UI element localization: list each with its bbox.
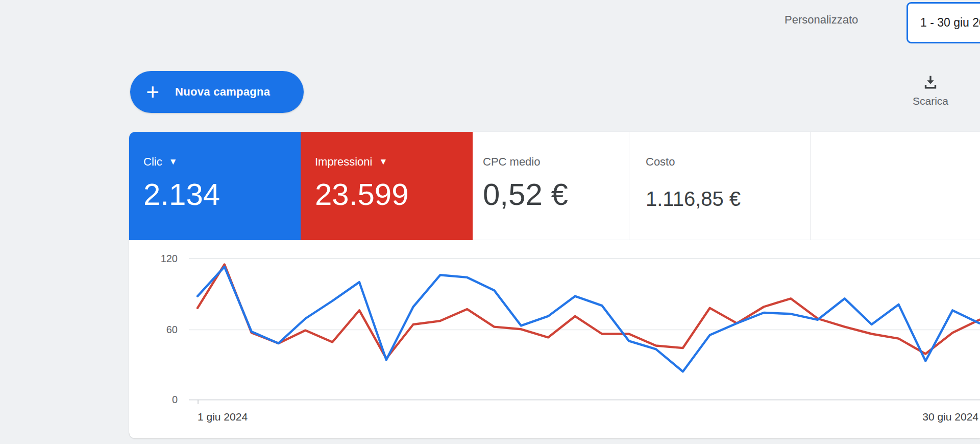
- y-axis-tick-120: 120: [147, 253, 178, 264]
- metric-card-costo-label: Costo: [646, 155, 810, 169]
- y-axis-tick-0: 0: [147, 394, 178, 405]
- x-axis-label-first: 1 giu 2024: [198, 411, 248, 423]
- metric-card-costo-value: 1.116,85 €: [646, 188, 810, 209]
- metric-card-impressioni-label: Impressioni ▼: [315, 155, 473, 169]
- metric-cards-row: Clic ▼ 2.134 Impressioni ▼ 23.599 CPC me…: [129, 132, 980, 240]
- date-range-selector[interactable]: 1 - 30 giu 2024: [906, 2, 980, 43]
- dropdown-arrow-icon[interactable]: ▼: [379, 155, 387, 169]
- metric-card-cpc-value: 0,52 €: [483, 179, 629, 211]
- date-mode-label[interactable]: Personalizzato: [785, 13, 858, 27]
- download-label: Scarica: [913, 95, 948, 107]
- date-range-value: 1 - 30 giu 2024: [920, 16, 980, 30]
- metric-card-cpc-label: CPC medio: [483, 155, 629, 169]
- metric-card-impressioni-value: 23.599: [315, 179, 473, 211]
- plus-icon: +: [144, 82, 161, 102]
- metric-card-clic-value: 2.134: [143, 179, 301, 211]
- new-campaign-button[interactable]: + Nuova campagna: [130, 71, 304, 113]
- metric-card-costo[interactable]: Costo 1.116,85 €: [629, 132, 811, 240]
- metric-cards-filler: [811, 132, 980, 240]
- google-ads-overview-screen: Personalizzato 1 - 30 giu 2024 + Nuova c…: [0, 0, 980, 444]
- performance-chart: 120 60 0 1 giu 2024 30 giu 2024: [129, 240, 980, 438]
- download-icon: [922, 74, 939, 91]
- metric-card-cpc-medio[interactable]: CPC medio 0,52 €: [473, 132, 629, 240]
- download-button[interactable]: Scarica: [900, 74, 961, 107]
- clic-line: [198, 267, 979, 371]
- metric-card-impressioni[interactable]: Impressioni ▼ 23.599: [301, 132, 473, 240]
- dropdown-arrow-icon[interactable]: ▼: [169, 155, 178, 169]
- metric-card-clic-label: Clic ▼: [143, 155, 301, 169]
- y-axis-tick-60: 60: [147, 324, 178, 335]
- metric-card-clic[interactable]: Clic ▼ 2.134: [129, 132, 301, 240]
- x-axis-label-last: 30 giu 2024: [922, 411, 978, 423]
- chart-svg: [129, 240, 980, 409]
- new-campaign-label: Nuova campagna: [175, 85, 270, 99]
